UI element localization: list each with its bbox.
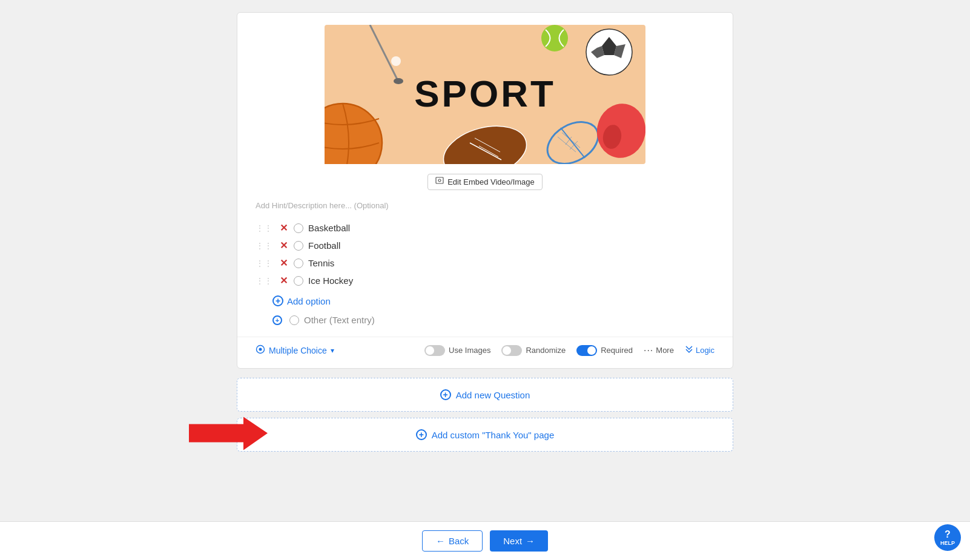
question-type-selector[interactable]: Multiple Choice ▾: [256, 344, 334, 356]
option-label-3: Tennis: [308, 258, 334, 268]
delete-option-2[interactable]: ✕: [279, 241, 289, 251]
svg-point-26: [438, 179, 441, 182]
required-toggle-group: Required: [576, 345, 633, 356]
help-label: HELP: [940, 540, 955, 546]
options-section: ⋮⋮ ✕ Basketball ⋮⋮ ✕ Football ⋮⋮ ✕ Tenni…: [256, 219, 714, 328]
add-circle-icon: +: [272, 295, 283, 306]
randomize-toggle-group: Randomize: [501, 345, 566, 356]
footer-right: Use Images Randomize Required ··· More: [424, 345, 714, 356]
next-arrow-icon: →: [526, 536, 535, 546]
svg-point-28: [259, 348, 262, 351]
add-question-label: Add new Question: [456, 390, 530, 400]
svg-text:SPORT: SPORT: [414, 73, 556, 114]
back-arrow-icon: ←: [436, 536, 445, 546]
svg-point-20: [541, 25, 568, 51]
use-images-label: Use Images: [449, 346, 490, 355]
back-button[interactable]: ← Back: [422, 530, 483, 552]
radio-2[interactable]: [294, 241, 303, 251]
other-option-row: + Other (Text entry): [256, 312, 714, 328]
radio-1[interactable]: [294, 223, 303, 233]
logic-icon: [685, 345, 693, 355]
logic-button[interactable]: Logic: [685, 345, 714, 355]
edit-embed-button[interactable]: Edit Embed Video/Image: [427, 174, 543, 190]
delete-option-4[interactable]: ✕: [279, 276, 289, 286]
help-button[interactable]: ? HELP: [934, 524, 961, 551]
add-question-icon: +: [440, 389, 451, 400]
option-row: ⋮⋮ ✕ Ice Hockey: [256, 272, 714, 289]
radio-4[interactable]: [294, 276, 303, 286]
red-arrow-indicator: [189, 417, 268, 453]
use-images-toggle-group: Use Images: [424, 345, 490, 356]
drag-handle[interactable]: ⋮⋮: [256, 241, 272, 251]
next-button[interactable]: Next →: [490, 530, 548, 552]
add-option-button[interactable]: + Add option: [272, 295, 331, 306]
required-label: Required: [601, 346, 633, 355]
main-content: SPORT Edit Embed Video/Image Add Hint/De…: [0, 0, 970, 521]
question-type-label: Multiple Choice: [269, 346, 327, 355]
more-button[interactable]: ··· More: [644, 345, 674, 356]
radio-3[interactable]: [294, 259, 303, 268]
drag-handle[interactable]: ⋮⋮: [256, 259, 272, 268]
more-label: More: [656, 346, 674, 355]
edit-embed-label: Edit Embed Video/Image: [447, 177, 535, 186]
svg-rect-25: [436, 177, 443, 183]
thankyou-label: Add custom "Thank You" page: [432, 430, 554, 440]
use-images-toggle[interactable]: [424, 345, 445, 356]
bottom-bar: ← Back Next →: [0, 521, 970, 560]
add-option-label: Add option: [287, 296, 331, 306]
question-type-icon: [256, 344, 265, 356]
edit-embed-icon: [435, 177, 444, 187]
drag-handle[interactable]: ⋮⋮: [256, 276, 272, 286]
other-radio[interactable]: [289, 315, 299, 325]
option-row: ⋮⋮ ✕ Football: [256, 237, 714, 254]
question-footer: Multiple Choice ▾ Use Images Randomize R…: [237, 337, 733, 356]
hint-description[interactable]: Add Hint/Description here... (Optional): [256, 201, 714, 210]
option-label-2: Football: [308, 240, 340, 251]
required-toggle[interactable]: [576, 345, 597, 356]
svg-point-22: [394, 78, 403, 84]
add-option-row: + Add option: [256, 293, 714, 309]
add-question-button[interactable]: + Add new Question: [440, 389, 530, 400]
add-question-card[interactable]: + Add new Question: [237, 378, 733, 412]
help-icon: ?: [945, 529, 951, 540]
image-container: SPORT: [237, 25, 733, 164]
sport-image: SPORT: [325, 25, 645, 164]
randomize-toggle[interactable]: [501, 345, 522, 356]
thankyou-circle-icon: +: [416, 429, 427, 440]
option-label-1: Basketball: [308, 223, 350, 233]
add-thankyou-button[interactable]: + Add custom "Thank You" page: [416, 429, 554, 440]
other-circle-icon: +: [272, 315, 282, 325]
next-label: Next: [503, 536, 522, 546]
option-row: ⋮⋮ ✕ Basketball: [256, 219, 714, 237]
svg-marker-29: [189, 417, 268, 450]
randomize-label: Randomize: [526, 346, 566, 355]
other-option-label: Other (Text entry): [304, 315, 375, 325]
logic-label: Logic: [696, 346, 714, 355]
back-label: Back: [449, 536, 469, 546]
svg-point-23: [391, 56, 401, 66]
drag-handle[interactable]: ⋮⋮: [256, 223, 272, 233]
delete-option-1[interactable]: ✕: [279, 223, 289, 233]
more-dots-icon: ···: [644, 345, 653, 356]
option-label-4: Ice Hockey: [308, 275, 353, 286]
option-row: ⋮⋮ ✕ Tennis: [256, 254, 714, 272]
delete-option-3[interactable]: ✕: [279, 259, 289, 268]
chevron-down-icon: ▾: [331, 346, 334, 355]
thankyou-card[interactable]: + Add custom "Thank You" page: [237, 418, 733, 452]
question-card: SPORT Edit Embed Video/Image Add Hint/De…: [237, 12, 733, 369]
